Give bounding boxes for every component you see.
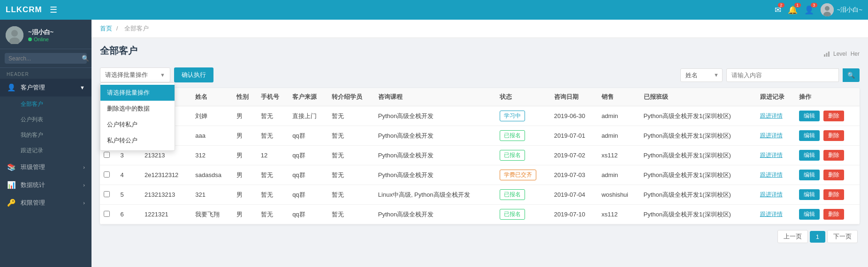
search-btn[interactable]: 🔍 [843, 68, 860, 82]
row-gender: 男 [233, 106, 257, 126]
sidebar-sub-followup[interactable]: 跟进记录 [0, 143, 91, 158]
followup-detail-btn[interactable]: 跟进详情 [760, 191, 783, 198]
next-page-btn[interactable]: 下一页 [827, 230, 858, 243]
edit-btn[interactable]: 编辑 [799, 170, 820, 180]
sidebar-item-permissions[interactable]: 🔑 权限管理 › [0, 194, 91, 212]
sidebar-search-area: 🔍 [0, 49, 91, 68]
row-select-checkbox[interactable] [104, 171, 110, 178]
confirm-execute-btn[interactable]: 确认执行 [174, 67, 213, 82]
sidebar-sub-my-customers[interactable]: 我的客户 [0, 127, 91, 143]
edit-btn[interactable]: 编辑 [799, 209, 820, 220]
table-header: 序号 QQ 姓名 性别 手机号 客户来源 转介绍学员 咨询课程 状态 咨询日期 … [100, 88, 860, 106]
sidebar-item-class-mgmt[interactable]: 📚 班级管理 › [0, 158, 91, 176]
edit-btn[interactable]: 编辑 [799, 130, 820, 141]
followup-detail-btn[interactable]: 跟进详情 [760, 152, 783, 158]
row-phone: 暂无 [257, 106, 289, 126]
delete-btn[interactable]: 删除 [823, 111, 844, 121]
page-1-btn[interactable]: 1 [810, 231, 825, 243]
row-source: qq群 [289, 205, 327, 224]
col-status: 状态 [496, 88, 550, 106]
row-followup: 跟进详情 [756, 185, 795, 205]
row-actions: 编辑 删除 [795, 205, 860, 224]
dropdown-item-delete[interactable]: 删除选中的数据 [100, 101, 175, 117]
row-select-checkbox[interactable] [104, 211, 110, 217]
followup-detail-btn[interactable]: 跟进详情 [760, 132, 783, 139]
search-field-select[interactable]: 姓名 QQ 手机号 [680, 68, 723, 82]
row-course: Linux中高级, Python高级全栈开发 [374, 185, 496, 205]
row-status: 已报名 [496, 205, 550, 224]
status-badge: 已报名 [500, 189, 525, 200]
row-date: 2019-07-02 [550, 146, 598, 165]
delete-btn[interactable]: 删除 [823, 170, 844, 180]
sidebar-section-label: HEADER [0, 68, 91, 79]
search-text-input[interactable] [726, 68, 839, 82]
sidebar-search-input[interactable] [8, 55, 79, 62]
data-stats-icon: 📊 [7, 181, 16, 189]
breadcrumb-home[interactable]: 首页 [100, 25, 112, 32]
followup-detail-btn[interactable]: 跟进详情 [760, 171, 783, 178]
topbar-username: ~泪小白~ [837, 6, 862, 14]
delete-btn[interactable]: 删除 [823, 130, 844, 141]
row-phone: 暂无 [257, 126, 289, 146]
topbar-user[interactable]: ~泪小白~ [821, 3, 862, 16]
notification-icon-btn[interactable]: 🔔 1 [788, 5, 798, 15]
sidebar-item-data-stats[interactable]: 📊 数据统计 › [0, 176, 91, 194]
row-phone: 12 [257, 146, 289, 165]
breadcrumb-separator: / [116, 25, 118, 32]
sidebar-sub-all-customers[interactable]: 全部客户 [0, 96, 91, 112]
dropdown-item-to-public[interactable]: 公户转私户 [100, 117, 175, 133]
sidebar-user-info: ~泪小白~ Online [28, 28, 53, 42]
dropdown-item-placeholder[interactable]: 请选择批量操作 [100, 85, 175, 101]
sidebar-avatar [6, 26, 23, 44]
row-qq: 2e12312312 [141, 165, 191, 185]
edit-btn[interactable]: 编辑 [799, 111, 820, 121]
row-date: 2019-07-10 [550, 205, 598, 224]
online-dot [28, 37, 32, 41]
row-gender: 男 [233, 126, 257, 146]
table-row: 4 2e12312312 sadasdsa 男 暂无 qq群 暂无 Python… [100, 165, 860, 185]
sidebar-search-icon[interactable]: 🔍 [82, 55, 89, 62]
col-date: 咨询日期 [550, 88, 598, 106]
edit-btn[interactable]: 编辑 [799, 189, 820, 200]
followup-detail-btn[interactable]: 跟进详情 [760, 112, 783, 119]
row-status: 学习中 [496, 106, 550, 126]
row-status: 已报名 [496, 146, 550, 165]
user-icon-btn[interactable]: 👤 3 [804, 5, 814, 15]
row-course: Python高级全栈开发 [374, 106, 496, 126]
menu-toggle-icon[interactable]: ☰ [50, 5, 57, 15]
status-badge: 已报名 [500, 209, 525, 220]
data-stats-arrow: › [83, 182, 85, 188]
delete-btn[interactable]: 删除 [823, 189, 844, 200]
row-referrer: 暂无 [328, 146, 374, 165]
sidebar-user-area: ~泪小白~ Online [0, 20, 91, 49]
topbar: LLKCRM ☰ ✉ 2 🔔 1 👤 3 ~泪小白~ [0, 0, 868, 20]
bulk-select-btn[interactable]: 请选择批量操作 ▼ [100, 67, 170, 82]
col-referrer: 转介绍学员 [328, 88, 374, 106]
edit-btn[interactable]: 编辑 [799, 150, 820, 161]
row-select-checkbox[interactable] [104, 191, 110, 197]
row-enrolled: Python高级全栈开发1(深圳校区) [640, 126, 756, 146]
delete-btn[interactable]: 删除 [823, 209, 844, 220]
sidebar-online-status: Online [28, 37, 53, 42]
table-row: 5 213213213 321 男 暂无 qq群 暂无 Linux中高级, Py… [100, 185, 860, 205]
topbar-right: ✉ 2 🔔 1 👤 3 ~泪小白~ [775, 3, 862, 16]
dropdown-item-to-private[interactable]: 私户转公户 [100, 133, 175, 148]
row-name: aaa [191, 126, 233, 146]
row-date: 2019-07-01 [550, 126, 598, 146]
sidebar: ~泪小白~ Online 🔍 HEADER 👤 客户管理 ▼ 全部客户 公户列表… [0, 20, 91, 267]
sidebar-item-customer-mgmt[interactable]: 👤 客户管理 ▼ [0, 79, 91, 96]
followup-detail-btn[interactable]: 跟进详情 [760, 211, 783, 217]
bulk-select-wrapper: 请选择批量操作 ▼ 请选择批量操作 删除选中的数据 公户转私户 私户转公户 [100, 67, 170, 82]
row-status: 学费已交齐 [496, 165, 550, 185]
prev-page-btn[interactable]: 上一页 [777, 230, 808, 243]
permissions-label: 权限管理 [21, 199, 78, 207]
row-enrolled: Python高级全栈开发1(深圳校区) [640, 165, 756, 185]
sidebar-sub-public-list[interactable]: 公户列表 [0, 112, 91, 127]
row-select-checkbox[interactable] [104, 152, 110, 158]
row-enrolled: Python高级全栈开发1(深圳校区) [640, 146, 756, 165]
delete-btn[interactable]: 删除 [823, 150, 844, 161]
table-row: 1 1212121 刘婵 男 暂无 直接上门 暂无 Python高级全栈开发 学… [100, 106, 860, 126]
row-sales: admin [598, 106, 640, 126]
mail-icon-btn[interactable]: ✉ 2 [775, 5, 781, 15]
row-course: Python高级全栈开发 [374, 126, 496, 146]
